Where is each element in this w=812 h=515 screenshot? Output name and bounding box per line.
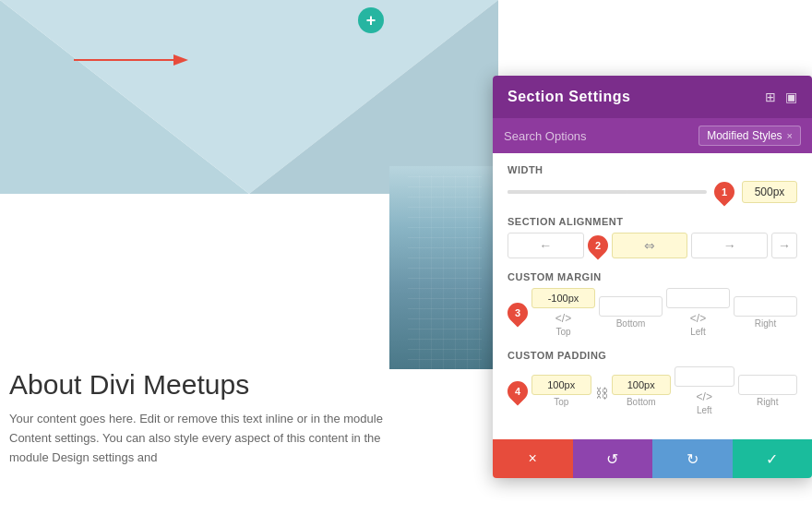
panel-header-icons: ⊞ ▣	[765, 90, 797, 104]
padding-top-label: Top	[554, 397, 568, 407]
badge-3: 3	[503, 298, 531, 327]
margin-left-input[interactable]	[666, 288, 730, 308]
width-label: Width	[508, 164, 797, 175]
about-title: About Divi Meetups	[9, 369, 397, 401]
modified-styles-label: Modified Styles	[707, 129, 782, 142]
margin-left-link-icon: </>	[690, 312, 706, 325]
margin-left-label: Left	[690, 327, 706, 337]
grid-icon[interactable]: ⊞	[765, 90, 776, 104]
padding-link-icon: ⛓	[595, 386, 608, 401]
modified-styles-badge[interactable]: Modified Styles ×	[699, 126, 801, 146]
padding-top-input[interactable]	[531, 375, 591, 395]
align-left-option[interactable]: ←	[508, 233, 584, 258]
margin-top-input[interactable]	[531, 288, 595, 308]
building-image	[389, 166, 500, 369]
padding-left-link-icon: </>	[697, 390, 712, 403]
align-center-option[interactable]: ⇔	[612, 233, 688, 258]
refresh-button[interactable]: ↻	[652, 439, 733, 478]
padding-bottom-input[interactable]	[612, 375, 672, 395]
align-arrow-button[interactable]: →	[771, 233, 797, 258]
reset-button[interactable]: ↺	[573, 439, 653, 478]
about-section: About Divi Meetups Your content goes her…	[9, 369, 397, 467]
arrow-indicator	[74, 51, 194, 69]
cancel-icon: ×	[529, 450, 537, 467]
margin-top-label: Top	[555, 327, 570, 337]
width-slider-container[interactable]	[508, 190, 707, 194]
padding-right-cell: Right	[738, 375, 798, 407]
padding-right-input[interactable]	[738, 375, 798, 395]
padding-top-cell: Top	[531, 375, 591, 407]
padding-bottom-cell: Bottom	[612, 375, 672, 407]
badge-2: 2	[583, 231, 612, 259]
align-right-icon: →	[723, 238, 736, 253]
panel-footer: × ↺ ↻ ✓	[493, 439, 812, 478]
margin-label: Custom Margin	[508, 271, 797, 282]
add-section-button[interactable]: +	[358, 7, 384, 33]
margin-bottom-label: Bottom	[616, 318, 646, 329]
badge-1: 1	[710, 177, 738, 206]
margin-right-label: Right	[755, 318, 776, 329]
alignment-label: Section Alignment	[508, 216, 797, 227]
padding-row: 4 Top ⛓ Bottom </> Left	[508, 366, 797, 415]
alignment-row: ← 2 ⇔ → →	[508, 233, 797, 258]
margin-bottom-input[interactable]	[599, 296, 663, 317]
alignment-setting-group: Section Alignment ← 2 ⇔ → →	[508, 216, 797, 258]
margin-right-cell: Right	[734, 296, 797, 329]
align-arrow-icon: →	[778, 238, 791, 253]
settings-panel: Section Settings ⊞ ▣ Search Options Modi…	[493, 76, 812, 478]
panel-body: Width 1 Section Alignment ←	[493, 153, 812, 439]
padding-label: Custom Padding	[508, 350, 797, 361]
padding-left-input[interactable]	[675, 366, 734, 387]
panel-header: Section Settings ⊞ ▣	[493, 76, 812, 118]
margin-row: 3 </> Top Bottom </> Left	[508, 288, 797, 337]
align-center-icon: ⇔	[644, 238, 655, 253]
triangle-shapes	[0, 0, 498, 194]
search-placeholder-text[interactable]: Search Options	[504, 129, 587, 143]
panel-search-bar: Search Options Modified Styles ×	[493, 118, 812, 153]
width-input[interactable]	[742, 181, 797, 203]
margin-left-cell: </> Left	[666, 288, 730, 337]
cancel-button[interactable]: ×	[493, 439, 573, 478]
save-button[interactable]: ✓	[733, 439, 813, 478]
save-icon: ✓	[766, 450, 778, 468]
panel-title: Section Settings	[508, 89, 630, 105]
width-setting-group: Width 1	[508, 164, 797, 203]
padding-setting-group: Custom Padding 4 Top ⛓ Bottom	[508, 350, 797, 415]
padding-left-label: Left	[697, 405, 712, 415]
padding-link-icon-cell: ⛓	[595, 382, 608, 401]
margin-right-input[interactable]	[734, 296, 797, 317]
margin-top-link-icon: </>	[555, 312, 571, 325]
align-right-option[interactable]: →	[691, 233, 768, 258]
padding-left-cell: </> Left	[675, 366, 734, 415]
padding-bottom-label: Bottom	[627, 397, 656, 407]
padding-right-label: Right	[757, 397, 778, 407]
badge-4: 4	[503, 377, 531, 405]
margin-top-cell: </> Top	[531, 288, 595, 337]
modified-styles-close-icon[interactable]: ×	[787, 130, 793, 141]
reset-icon: ↺	[606, 450, 618, 468]
width-slider-fill	[508, 190, 627, 194]
margin-bottom-cell: Bottom	[599, 296, 663, 329]
width-row: 1	[508, 181, 797, 203]
layout-icon[interactable]: ▣	[785, 90, 797, 104]
about-text: Your content goes here. Edit or remove t…	[9, 410, 397, 467]
align-left-icon: ←	[539, 238, 552, 253]
margin-setting-group: Custom Margin 3 </> Top Bottom </>	[508, 271, 797, 337]
refresh-icon: ↻	[687, 450, 699, 468]
width-slider-track	[508, 190, 707, 194]
